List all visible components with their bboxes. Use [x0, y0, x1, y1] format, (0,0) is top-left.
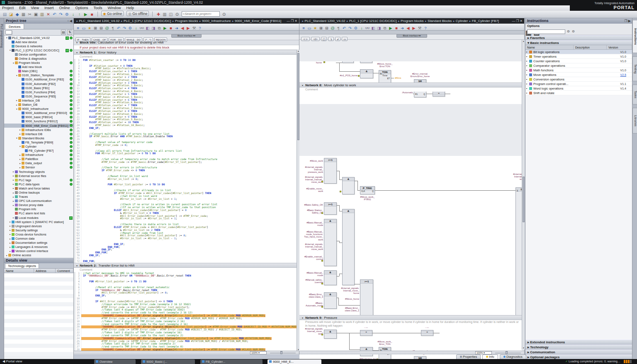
editor-task-tab[interactable]: 9000_Basic (...: [141, 359, 195, 364]
tree-item[interactable]: 9000_HMI_Error_Code [FB911]: [4, 124, 73, 128]
fbd-network-8-canvas[interactable]: >=1 #Move_work #internal_signals. Intern…: [299, 156, 522, 364]
monitor-toggle-icon[interactable]: 👓: [139, 25, 145, 31]
tree-item[interactable]: Add new block: [4, 65, 73, 69]
task-card-tab[interactable]: Instructions: [632, 20, 637, 53]
minimize-icon[interactable]: —: [512, 19, 516, 23]
tree-item[interactable]: ▾ 0100_Station_Template: [4, 73, 73, 78]
compile-block-icon[interactable]: ⚙: [127, 25, 133, 31]
tree-expander-icon[interactable]: ▸: [9, 242, 12, 244]
tree-item[interactable]: FB_Cylinder [FB7]: [4, 149, 73, 153]
tree-expander-icon[interactable]: ▾: [19, 145, 22, 148]
code-line[interactable]: 68 END_IF;: [75, 248, 299, 251]
code-line[interactable]: 72 END_FOR;: [75, 260, 299, 263]
tree-item[interactable]: 0100_Sequence [FB5]: [4, 94, 73, 98]
split-editor-icon[interactable]: ◫: [168, 11, 174, 18]
timer-instance-label[interactable]: #Move_work_ Error_TON: [372, 340, 398, 345]
network-9-comment[interactable]: Pressures will move cylinder to work if …: [299, 320, 522, 328]
sr-instance-label[interactable]: #internal_signals. Internal_move_ work: [509, 173, 522, 181]
tree-expander-icon[interactable]: ▸: [9, 221, 12, 223]
fbd-vertical-scrollbar[interactable]: ▲▼: [522, 40, 525, 349]
menu-item[interactable]: Project: [2, 6, 14, 10]
fbd-box[interactable]: [342, 61, 354, 63]
redo-icon[interactable]: ↷: [122, 25, 127, 31]
block-interface-splitter[interactable]: Block interface ▾▾: [299, 31, 524, 34]
start-cpu-icon[interactable]: ▶: [83, 11, 89, 18]
version-value[interactable]: V1.0: [620, 60, 626, 63]
and-box[interactable]: &: [324, 292, 337, 309]
tab-diagnostics[interactable]: Diagnostics: [500, 354, 526, 359]
download-icon[interactable]: ↓: [70, 11, 76, 18]
tree-item[interactable]: ▾ 9000_Infrastructure: [4, 107, 73, 111]
instruction-group-row[interactable]: ▸ Move operations V2.5: [525, 73, 632, 77]
start-monitor-icon[interactable]: ▶: [162, 25, 168, 31]
menu-item[interactable]: Edit: [19, 6, 26, 10]
settings-icon[interactable]: ⚒: [417, 25, 423, 31]
tree-expander-icon[interactable]: ▸: [9, 246, 12, 248]
zoom-slider-thumb[interactable]: [506, 351, 508, 354]
favorites-section-header[interactable]: ▸ Favorites: [525, 35, 632, 40]
network-9-header[interactable]: ▾ Network 9:Pressure: [299, 315, 522, 320]
instructions-section-header[interactable]: ▸ Communication: [525, 349, 632, 354]
collapse-networks-icon[interactable]: ⊟: [98, 25, 104, 31]
tree-item[interactable]: ▸ Online access: [4, 253, 73, 257]
next-error-icon[interactable]: ▶: [411, 25, 417, 31]
version-value[interactable]: V1.0: [620, 51, 626, 53]
favorites-icon[interactable]: ★: [87, 25, 92, 31]
tree-item[interactable]: ▸ Technology objects: [4, 170, 73, 174]
keep-actual-values-icon[interactable]: ◨: [151, 25, 156, 31]
code-line[interactable]: 71: [75, 257, 299, 260]
tree-item[interactable]: 0100_Functions [FB4]: [4, 90, 73, 94]
version-value[interactable]: V1.1: [620, 83, 626, 85]
monitor-toggle-icon[interactable]: 👓: [365, 25, 370, 31]
version-value[interactable]: V1.0: [620, 69, 626, 72]
favorites-icon[interactable]: ★: [312, 25, 318, 31]
tree-expander-icon[interactable]: ▸: [19, 158, 22, 160]
operand-label[interactable]: #Move_home: [339, 298, 359, 300]
menu-item[interactable]: Insert: [44, 6, 54, 10]
scl-vertical-scrollbar[interactable]: ▲▼: [297, 50, 299, 351]
tree-expander-icon[interactable]: ▸: [19, 166, 22, 169]
operand-label[interactable]: #internal_signals. Internal_ pressure_wo…: [299, 166, 323, 174]
insert-empty-box-icon[interactable]: ▭: [306, 25, 312, 31]
tree-expander-icon[interactable]: ▸: [9, 238, 12, 240]
timer-instance-label[interactable]: #Move_home_ Error.TON: [372, 63, 398, 68]
basic-instructions-section-header[interactable]: ▾ Basic instructions: [525, 40, 632, 45]
tree-item[interactable]: 0100_Automatic [FB2]: [4, 82, 73, 86]
start-monitor-icon[interactable]: ▶: [388, 25, 394, 31]
row-expander-icon[interactable]: ▸: [525, 87, 528, 90]
previous-error-icon[interactable]: ◀: [405, 25, 411, 31]
tab-properties[interactable]: Properties: [456, 354, 481, 359]
tree-expander-icon[interactable]: ▸: [12, 196, 15, 198]
tree-expander-icon[interactable]: ▾: [15, 137, 18, 139]
instruction-group-row[interactable]: ▸ Comparator operations: [525, 63, 632, 68]
copy-snapshot-icon[interactable]: ⧉: [156, 25, 162, 31]
row-expander-icon[interactable]: ▸: [525, 60, 528, 62]
code-line[interactable]: 2 IF "9000Basic_DB".Basic.Error OR "9000…: [75, 274, 299, 277]
instructions-section-header[interactable]: ▸ Extended instructions: [525, 340, 632, 345]
operand-label[interactable]: #Basic.Error_ class.Class_3: [301, 293, 323, 298]
instruction-group-row[interactable]: ▸ Shift and rotate: [525, 91, 632, 95]
fbd-favorite-element[interactable]: ⊣ ⊢: [301, 37, 310, 41]
window-layout-icon[interactable]: ▥: [162, 11, 168, 18]
scl-code-network-1[interactable]: 1 FOR #Station_counter := 0 TO 10 DO 2 3…: [74, 59, 299, 263]
tree-expander-icon[interactable]: ▸: [9, 225, 12, 227]
go-offline-button[interactable]: ◎ Go offline: [126, 11, 149, 16]
tree-item[interactable]: ▸ Interface DB: [4, 132, 73, 136]
tree-item[interactable]: ▸ Infrastructure: [4, 153, 73, 157]
tree-expander-icon[interactable]: ▸: [19, 133, 22, 135]
maximize-icon[interactable]: ❐: [291, 19, 294, 23]
tree-item[interactable]: ▸ Traces: [4, 195, 73, 199]
zoom-select[interactable]: 100% ▾: [250, 351, 267, 354]
operand-label[interactable]: #Basic.Error_ class.Class_1: [336, 307, 359, 312]
breadcrumb-item[interactable]: ▸PLC_Standard 1200_V4.02: [75, 19, 119, 23]
menu-item[interactable]: Tools: [93, 6, 102, 10]
fbd-box[interactable]: [360, 61, 372, 63]
code-line[interactable]: 25 END_IF;: [75, 127, 299, 130]
ptrig-box[interactable]: P_TRIG CLK Q: [360, 186, 375, 194]
operand-label[interactable]: #Basic.Station_ Safety_OK: [300, 209, 323, 214]
portal-view-button[interactable]: ◀ Portal view: [2, 359, 22, 364]
instructions-filter-input[interactable]: [527, 29, 565, 34]
tree-item[interactable]: ▸ PalletBox: [4, 157, 73, 161]
float-panel-icon[interactable]: ❐: [624, 19, 627, 23]
task-card-tab[interactable]: Testing: [632, 56, 637, 81]
